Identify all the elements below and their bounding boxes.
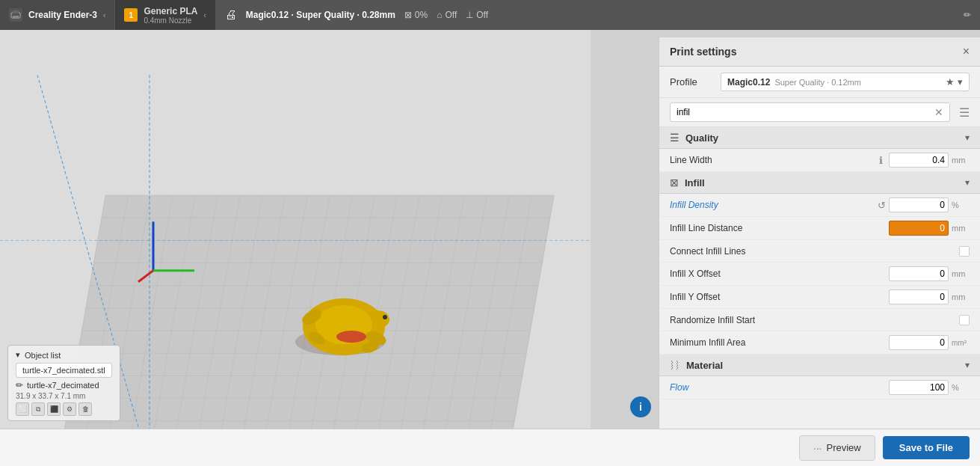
- randomize-infill-checkbox[interactable]: [959, 315, 970, 325]
- infill-x-offset-unit: mm: [952, 269, 970, 278]
- printer-tab-arrow[interactable]: ‹: [103, 11, 105, 19]
- svg-rect-2: [13, 16, 19, 19]
- infill-density-row: Infill Density ↺ %: [659, 194, 980, 217]
- material-icon: ⧘⧘: [670, 359, 680, 371]
- infill-density-input[interactable]: [889, 197, 949, 212]
- infill-density-value: ↺ %: [878, 197, 970, 212]
- tool-duplicate-btn[interactable]: ⧉: [31, 402, 45, 416]
- connect-infill-lines-row: Connect Infill Lines: [659, 240, 980, 263]
- material-badge: 1: [124, 8, 138, 22]
- object-file-item[interactable]: turtle-x7_decimated.stl: [16, 363, 112, 378]
- material-tab-arrow[interactable]: ‹: [203, 11, 206, 19]
- infill-density-reset-icon[interactable]: ↺: [878, 200, 886, 211]
- search-input[interactable]: [677, 107, 930, 117]
- infill-x-offset-input[interactable]: [889, 266, 949, 281]
- top-bar: Creality Ender-3 ‹ 1 Generic PLA 0.4mm N…: [0, 0, 980, 30]
- infill-y-offset-row: Infill Y Offset mm: [659, 286, 980, 309]
- connect-infill-lines-label: Connect Infill Lines: [670, 246, 959, 257]
- object-name-row[interactable]: ✏ turtle-x7_decimated: [16, 380, 112, 390]
- object-dimensions: 31.9 x 33.7 x 7.1 mm: [16, 392, 112, 400]
- connect-infill-lines-value: [959, 246, 970, 257]
- support-label: Off: [445, 10, 457, 20]
- printer-tab[interactable]: Creality Ender-3 ‹: [0, 0, 115, 30]
- randomize-infill-label: Randomize Infill Start: [670, 315, 959, 325]
- search-clear-btn[interactable]: ✕: [934, 106, 943, 118]
- quality-section-header[interactable]: ☰ Quality ▾: [659, 127, 980, 149]
- infill-x-offset-value: mm: [889, 266, 970, 281]
- flow-input[interactable]: [889, 380, 949, 395]
- infill-collapse-icon[interactable]: ▾: [965, 177, 970, 188]
- line-width-unit: mm: [952, 156, 970, 165]
- profile-select[interactable]: Magic0.12 Super Quality · 0.12mm ★ ▾: [721, 73, 970, 91]
- search-input-wrap: ✕: [670, 102, 950, 122]
- profile-icon: 🖨: [225, 8, 237, 22]
- adhesion-item: ⊥ Off: [466, 10, 488, 20]
- print-settings-panel: Print settings × Profile Magic0.12 Super…: [659, 37, 980, 466]
- line-width-label: Line Width: [670, 155, 879, 165]
- info-icon: i: [639, 401, 642, 413]
- minimum-infill-area-unit: mm²: [952, 339, 970, 347]
- printer-icon: [9, 8, 22, 22]
- preview-btn[interactable]: ··· Preview: [799, 435, 875, 461]
- material-nozzle: 0.4mm Nozzle: [144, 16, 197, 25]
- infill-y-offset-value: mm: [889, 289, 970, 304]
- object-file-name: turtle-x7_decimated.stl: [22, 366, 105, 375]
- tool-settings-btn[interactable]: ⚙: [63, 402, 76, 416]
- info-btn[interactable]: i: [630, 396, 651, 417]
- adhesion-icon: ⊥: [466, 10, 473, 20]
- quality-collapse-icon[interactable]: ▾: [965, 132, 970, 143]
- infill-x-offset-row: Infill X Offset mm: [659, 263, 980, 286]
- edit-icon[interactable]: ✏: [964, 10, 971, 20]
- randomize-infill-value: [959, 315, 970, 325]
- minimum-infill-area-input[interactable]: [889, 335, 949, 350]
- infill-line-distance-value: mm: [889, 221, 970, 236]
- quality-section-title: Quality: [685, 132, 959, 144]
- panel-header: Print settings ×: [659, 37, 980, 67]
- material-collapse-icon[interactable]: ▾: [965, 360, 970, 370]
- svg-point-49: [383, 315, 387, 319]
- preview-label: Preview: [827, 442, 861, 453]
- infill-x-offset-label: Infill X Offset: [670, 269, 889, 279]
- tool-delete-btn[interactable]: 🗑: [78, 402, 92, 416]
- infill-density-label: Infill Density: [670, 200, 878, 210]
- material-tab[interactable]: 1 Generic PLA 0.4mm Nozzle ‹: [115, 0, 215, 30]
- minimum-infill-area-row: Minimum Infill Area mm²: [659, 331, 980, 355]
- infill-line-distance-input[interactable]: [889, 221, 949, 236]
- minimum-infill-area-label: Minimum Infill Area: [670, 337, 889, 348]
- object-list-header[interactable]: ▾ Object list: [16, 350, 112, 360]
- infill-icon: ⊠: [404, 10, 412, 20]
- printer-tab-text: Creality Ender-3: [28, 10, 97, 20]
- line-width-input[interactable]: [889, 153, 949, 168]
- infill-y-offset-input[interactable]: [889, 289, 949, 304]
- search-menu-btn[interactable]: ☰: [959, 105, 970, 120]
- randomize-infill-row: Randomize Infill Start: [659, 309, 980, 331]
- profile-select-icons: ★ ▾: [946, 76, 963, 88]
- panel-close-btn[interactable]: ×: [963, 45, 970, 58]
- save-label: Save to File: [899, 442, 953, 453]
- flow-value: %: [889, 380, 970, 395]
- line-width-row: Line Width ℹ mm: [659, 149, 980, 172]
- tool-cube-btn[interactable]: ⬜: [16, 402, 29, 416]
- profile-select-sub: Super Quality · 0.12mm: [774, 78, 861, 87]
- material-section-title: Material: [686, 360, 959, 371]
- profile-select-name: Magic0.12: [727, 77, 770, 88]
- connect-infill-lines-checkbox[interactable]: [959, 246, 970, 257]
- tool-mirror-btn[interactable]: ⬛: [47, 402, 61, 416]
- line-width-info-icon[interactable]: ℹ: [879, 155, 883, 166]
- material-name: Generic PLA: [144, 6, 197, 16]
- svg-point-48: [336, 331, 366, 343]
- object-list-label: Object list: [25, 351, 61, 360]
- infill-line-distance-row: Infill Line Distance mm: [659, 217, 980, 240]
- line-width-value: ℹ mm: [879, 153, 970, 168]
- save-to-file-btn[interactable]: Save to File: [883, 436, 970, 459]
- preview-dots-icon: ···: [813, 442, 822, 454]
- material-section-header[interactable]: ⧘⧘ Material ▾: [659, 355, 980, 376]
- object-name-label: turtle-x7_decimated: [27, 381, 99, 390]
- star-icon[interactable]: ★: [946, 76, 955, 88]
- chevron-down-icon: ▾: [16, 350, 20, 360]
- infill-section-title: Infill: [685, 177, 959, 188]
- chevron-down-icon[interactable]: ▾: [958, 76, 963, 88]
- printer-name: Creality Ender-3: [28, 10, 97, 20]
- infill-section-header[interactable]: ⊠ Infill ▾: [659, 172, 980, 194]
- infill-y-offset-unit: mm: [952, 292, 970, 301]
